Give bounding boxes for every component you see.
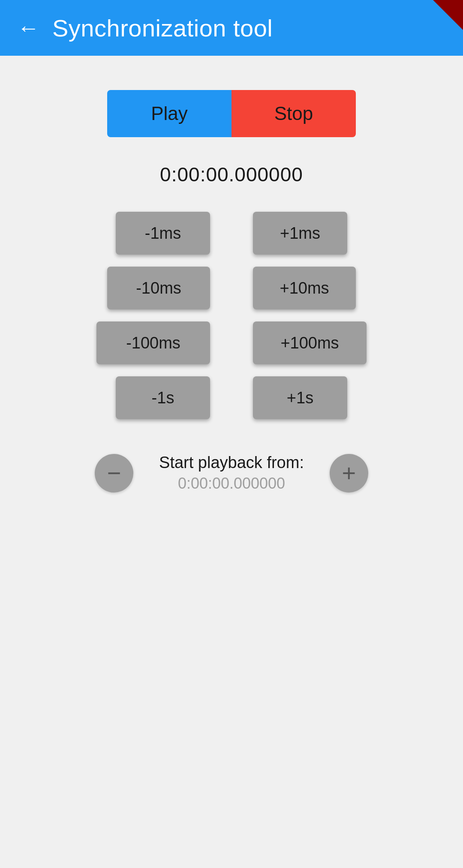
start-playback-time: 0:00:00.000000 <box>159 475 304 493</box>
adj-row-10ms: -10ms +10ms <box>107 267 356 309</box>
plus-1s-button[interactable]: +1s <box>253 376 347 419</box>
plus-circle-icon: + <box>342 459 356 487</box>
minus-1s-button[interactable]: -1s <box>116 376 210 419</box>
plus-10ms-button[interactable]: +10ms <box>253 267 356 309</box>
page-title: Synchronization tool <box>52 14 273 42</box>
app-header: ← Synchronization tool <box>0 0 463 56</box>
minus-10ms-button[interactable]: -10ms <box>107 267 210 309</box>
plus-1ms-button[interactable]: +1ms <box>253 212 347 255</box>
corner-badge <box>433 0 463 30</box>
adjustment-grid: -1ms +1ms -10ms +10ms -100ms +100ms -1s … <box>96 212 367 419</box>
plus-100ms-button[interactable]: +100ms <box>253 321 367 364</box>
adj-row-1s: -1s +1s <box>116 376 347 419</box>
minus-1ms-button[interactable]: -1ms <box>116 212 210 255</box>
adj-row-100ms: -100ms +100ms <box>96 321 367 364</box>
minus-circle-icon: − <box>107 459 121 487</box>
main-content: Play Stop 0:00:00.000000 -1ms +1ms -10ms… <box>0 56 463 510</box>
stop-button[interactable]: Stop <box>232 90 356 137</box>
start-playback-section: − Start playback from: 0:00:00.000000 + <box>17 454 446 493</box>
increase-start-time-button[interactable]: + <box>330 454 368 493</box>
play-button[interactable]: Play <box>107 90 232 137</box>
start-playback-text: Start playback from: 0:00:00.000000 <box>159 454 304 493</box>
back-button[interactable]: ← <box>17 17 39 39</box>
minus-100ms-button[interactable]: -100ms <box>96 321 210 364</box>
playback-controls: Play Stop <box>107 90 356 137</box>
start-playback-label: Start playback from: <box>159 454 304 472</box>
decrease-start-time-button[interactable]: − <box>95 454 133 493</box>
time-display: 0:00:00.000000 <box>160 163 303 186</box>
adj-row-1ms: -1ms +1ms <box>116 212 347 255</box>
